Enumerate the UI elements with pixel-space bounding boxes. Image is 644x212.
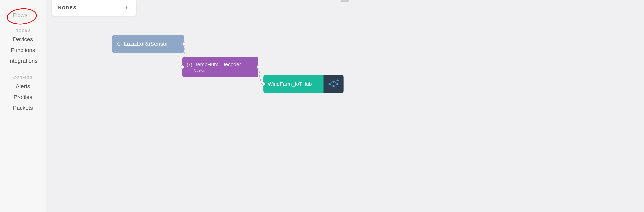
- integration-node-dark-section: A: [324, 75, 344, 93]
- device-node[interactable]: ⊙ LazizLoRaSensor: [112, 35, 184, 53]
- sidebar-item-alerts[interactable]: Alerts: [0, 82, 46, 91]
- sidebar-item-functions[interactable]: Functions: [0, 46, 46, 55]
- add-node-button[interactable]: +: [122, 4, 130, 11]
- sidebar-item-devices[interactable]: Devices: [0, 35, 46, 44]
- function-node-sublabel: Custom: [194, 68, 206, 73]
- nodes-panel-title: NODES: [58, 5, 77, 10]
- flows-nav-item[interactable]: Flows ←: [13, 12, 33, 18]
- svg-text:A: A: [336, 79, 339, 82]
- device-node-label: LazizLoRaSensor: [124, 41, 168, 47]
- flow-canvas: NODES + ⊙ LazizLoRaSensor (x) TempHum_De…: [46, 0, 644, 212]
- flows-arrow-icon: ←: [29, 12, 33, 18]
- function-node[interactable]: (x) TempHum_Decoder Custom: [182, 57, 258, 77]
- function-node-label: TempHum_Decoder: [195, 61, 241, 68]
- integration-node-label: WindFarm_IoTHub: [268, 81, 312, 87]
- nodes-panel: NODES +: [52, 0, 136, 15]
- function-node-output-port[interactable]: [256, 65, 260, 69]
- integration-node[interactable]: WindFarm_IoTHub A: [264, 75, 344, 93]
- azure-icon: A: [326, 79, 340, 90]
- sidebar-item-profiles[interactable]: Profiles: [0, 93, 46, 102]
- function-node-icon: (x): [187, 62, 192, 67]
- svg-line-7: [334, 84, 338, 86]
- device-node-icon: ⊙: [116, 41, 121, 47]
- svg-line-4: [330, 82, 332, 84]
- function-node-input-port[interactable]: [180, 65, 184, 69]
- device-node-output-port[interactable]: [182, 42, 186, 46]
- scroll-indicator[interactable]: [341, 0, 349, 2]
- integration-node-teal-section: WindFarm_IoTHub: [264, 75, 324, 93]
- flows-label: Flows: [13, 12, 28, 18]
- nodes-section-label: NODES: [16, 28, 30, 33]
- configs-section: CONFIGS Alerts Profiles Packets: [0, 75, 46, 114]
- sidebar-item-packets[interactable]: Packets: [0, 104, 46, 112]
- nodes-section: NODES Devices Functions Integrations: [0, 28, 46, 67]
- sidebar-item-integrations[interactable]: Integrations: [0, 57, 46, 65]
- function-node-header: (x) TempHum_Decoder: [187, 61, 241, 68]
- svg-line-6: [330, 84, 334, 86]
- connections-svg: [46, 0, 644, 212]
- svg-point-1: [332, 81, 334, 83]
- sidebar: Flows ← NODES Devices Functions Integrat…: [0, 0, 46, 212]
- configs-section-label: CONFIGS: [13, 75, 32, 80]
